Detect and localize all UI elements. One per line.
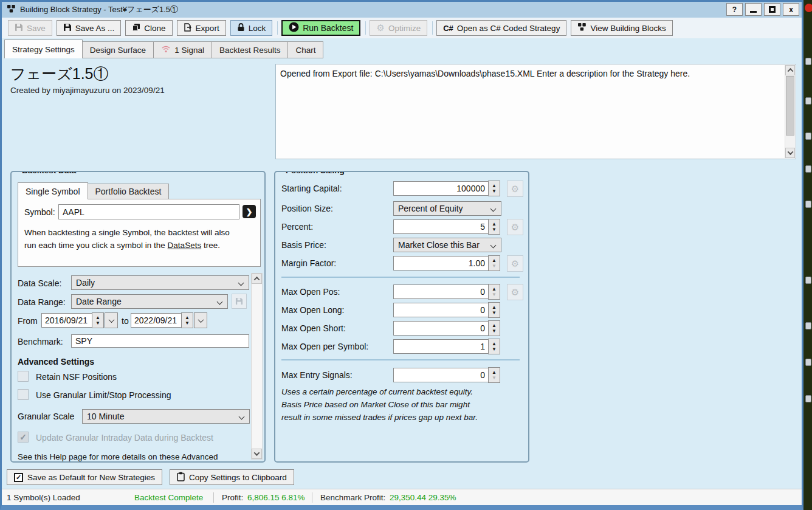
tab-single-symbol[interactable]: Single Symbol	[18, 182, 88, 199]
benchmark-profit-value: 29,350.44 29.35%	[390, 493, 456, 502]
granular-scale-select[interactable]: 10 Minute	[82, 409, 250, 424]
percent-gear-button[interactable]: ⚙	[507, 219, 523, 235]
scroll-down-button[interactable]	[252, 449, 262, 459]
basis-price-select[interactable]: Market Close this Bar	[393, 238, 501, 252]
data-range-select[interactable]: Date Range	[71, 294, 228, 309]
tab-design-surface[interactable]: Design Surface	[83, 41, 154, 58]
max-open-long-spinner[interactable]: ▲▼	[488, 302, 500, 318]
position-size-select[interactable]: Percent of Equity	[393, 201, 501, 216]
to-label: to	[122, 316, 129, 326]
tab-chart[interactable]: Chart	[288, 41, 323, 58]
title-bar[interactable]: Building Block Strategy - Test¥フェーズ1.5① …	[2, 2, 802, 18]
close-button[interactable]: x	[783, 3, 799, 16]
max-open-short-spinner[interactable]: ▲▼	[488, 320, 500, 336]
percent-input[interactable]: 5	[393, 219, 489, 234]
clone-label: Clone	[144, 24, 165, 33]
symbol-go-button[interactable]: ❯	[243, 205, 256, 218]
run-backtest-button[interactable]: Run Backtest	[281, 20, 360, 36]
data-scale-select[interactable]: Daily	[71, 275, 249, 290]
granular-limit-checkbox[interactable]	[18, 389, 29, 400]
backtest-data-scrollbar[interactable]	[251, 273, 263, 460]
signal-wifi-icon	[161, 45, 171, 55]
margin-factor-spinner[interactable]: ▲▼	[488, 255, 500, 271]
export-button[interactable]: Export	[177, 20, 226, 36]
save-default-button[interactable]: ✓ Save as Default for New Strategies	[7, 469, 162, 485]
copy-settings-button[interactable]: Copy Settings to Clipboard	[170, 469, 294, 485]
view-building-blocks-button[interactable]: View Building Blocks	[571, 20, 672, 36]
retain-nsf-checkbox[interactable]	[18, 371, 29, 382]
advanced-settings-title: Advanced Settings	[18, 357, 94, 367]
basis-price-label: Basis Price:	[281, 240, 326, 250]
scroll-up-button[interactable]	[252, 274, 262, 284]
update-granular-checkbox[interactable]: ✓	[18, 432, 29, 443]
max-open-long-input[interactable]: 0	[393, 303, 489, 317]
to-date-spinner[interactable]: ▲ ▼	[181, 312, 193, 328]
save-as-button[interactable]: Save As ...	[57, 20, 122, 36]
minimize-button[interactable]	[745, 3, 762, 16]
max-open-per-symbol-input[interactable]: 1	[393, 339, 489, 354]
max-open-pos-gear-button[interactable]: ⚙	[507, 284, 523, 300]
strategy-name: フェーズ1.5①	[10, 64, 109, 84]
scroll-down-button[interactable]	[785, 148, 795, 158]
starting-capital-gear-button[interactable]: ⚙	[507, 181, 523, 197]
description-textarea[interactable]: Opened from Export file: C:\Users\yamas\…	[275, 64, 796, 159]
lock-icon	[237, 23, 245, 33]
toolbar: Save Save As ... Clone Export Lock Run	[2, 18, 802, 38]
tab-backtest-results[interactable]: Backtest Results	[212, 41, 289, 58]
from-date-spinner[interactable]: ▲ ▼	[92, 312, 104, 328]
max-entry-signals-input[interactable]: 0	[393, 368, 489, 382]
from-date-input[interactable]: 2016/09/21	[41, 313, 92, 328]
spin-up-icon: ▲	[492, 370, 497, 375]
note-line2: Basis Price based on Market Close of thi…	[281, 400, 470, 409]
check-icon: ✓	[19, 432, 27, 442]
tab-strategy-settings[interactable]: Strategy Settings	[4, 40, 83, 58]
chevron-down-icon	[490, 243, 497, 249]
save-button[interactable]: Save	[8, 20, 52, 36]
background-app-icon	[805, 97, 811, 105]
tab-portfolio-backtest[interactable]: Portfolio Backtest	[88, 184, 170, 199]
description-scrollbar[interactable]	[785, 65, 795, 158]
datasets-link[interactable]: DataSets	[168, 241, 202, 250]
position-size-value: Percent of Equity	[398, 204, 463, 213]
clipboard-icon	[177, 472, 185, 483]
background-app-icon	[805, 165, 811, 173]
gear-icon: ⚙	[511, 258, 519, 269]
tab-signal[interactable]: 1 Signal	[154, 41, 212, 58]
chevron-down-icon	[217, 299, 223, 305]
scrollbar-thumb[interactable]	[786, 76, 794, 136]
from-date-dropdown[interactable]	[105, 312, 118, 328]
toolbar-separator	[432, 21, 433, 35]
scroll-up-button[interactable]	[785, 65, 795, 75]
open-csharp-button[interactable]: C# Open as C# Coded Strategy	[436, 20, 566, 36]
help-button[interactable]: ?	[726, 3, 743, 16]
max-open-short-input[interactable]: 0	[393, 321, 489, 336]
position-sizing-note: Uses a certain percentage of current bac…	[281, 385, 478, 424]
save-range-button[interactable]	[232, 294, 247, 309]
benchmark-input[interactable]: SPY	[71, 334, 249, 348]
spin-up-icon: ▲	[185, 315, 190, 320]
to-date-dropdown[interactable]	[194, 312, 207, 328]
max-entry-signals-spinner[interactable]: ▲▼	[488, 367, 500, 383]
max-open-per-symbol-spinner[interactable]: ▲▼	[488, 339, 500, 354]
single-symbol-note: When backtesting a single Symbol, the ba…	[24, 226, 255, 252]
save-default-label: Save as Default for New Strategies	[27, 473, 155, 482]
max-open-pos-input[interactable]: 0	[393, 284, 489, 299]
max-entry-signals-label: Max Entry Signals:	[281, 370, 353, 380]
symbol-input[interactable]: AAPL	[58, 204, 239, 219]
spin-up-icon: ▲	[492, 323, 497, 328]
margin-factor-input[interactable]: 1.00	[393, 256, 489, 271]
open-csharp-label: Open as C# Coded Strategy	[457, 24, 560, 33]
optimize-button[interactable]: ⚙ Optimize	[370, 20, 427, 36]
percent-spinner[interactable]: ▲▼	[488, 219, 500, 235]
clone-button[interactable]: Clone	[125, 20, 172, 36]
margin-factor-gear-button[interactable]: ⚙	[507, 255, 523, 272]
backtest-data-group: Backtest Data Single Symbol Portfolio Ba…	[10, 171, 266, 463]
to-date-input[interactable]: 2022/09/21	[131, 313, 182, 328]
max-open-pos-spinner[interactable]: ▲▼	[488, 284, 500, 300]
profit-value: 6,806.15 6.81%	[247, 493, 305, 502]
starting-capital-input[interactable]: 100000	[393, 181, 489, 196]
lock-button[interactable]: Lock	[230, 20, 273, 36]
csharp-icon: C#	[443, 24, 453, 33]
starting-capital-spinner[interactable]: ▲▼	[488, 181, 500, 196]
maximize-button[interactable]	[764, 3, 780, 16]
